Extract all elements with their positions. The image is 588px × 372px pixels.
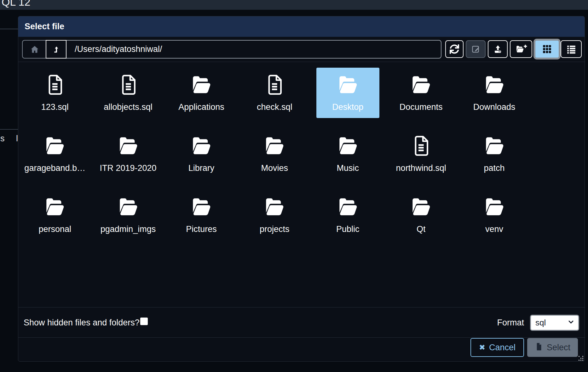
file-item-check-sql[interactable]: check.sql (243, 68, 306, 118)
file-item-garageband-b-[interactable]: garageband.b… (23, 129, 86, 179)
folder-icon (482, 134, 506, 158)
background-tab-text: QL 12 (2, 0, 30, 8)
grid-view-button[interactable] (533, 39, 561, 59)
folder-icon (189, 73, 213, 97)
file-item-pgadmin-imgs[interactable]: pgadmin_imgs (97, 190, 160, 240)
folder-icon (43, 134, 67, 158)
show-hidden-label: Show hidden files and folders? (24, 318, 140, 328)
folder-icon (116, 134, 140, 158)
upload-icon (493, 44, 503, 54)
folder-icon (262, 134, 286, 158)
file-icon (43, 73, 67, 97)
format-label: Format (497, 318, 524, 328)
background-window-tab: QL 12 (0, 0, 588, 10)
format-selected-value: sql (535, 318, 568, 328)
folder-icon (482, 195, 506, 219)
folder-icon (189, 134, 213, 158)
folder-icon (336, 73, 360, 97)
new-folder-button[interactable] (510, 40, 532, 58)
file-item-qt[interactable]: Qt (389, 190, 453, 240)
background-text-fragment: s (0, 134, 5, 144)
dialog-header: Select file (18, 16, 585, 37)
refresh-button[interactable] (445, 40, 464, 58)
path-input[interactable] (66, 40, 441, 59)
file-item-personal[interactable]: personal (23, 190, 86, 240)
folder-icon (409, 73, 433, 97)
cancel-label: Cancel (489, 343, 516, 352)
folder-icon (116, 195, 140, 219)
file-item-music[interactable]: Music (316, 129, 379, 179)
options-row: Show hidden files and folders? Format sq… (18, 307, 585, 338)
file-item-123-sql[interactable]: 123.sql (23, 68, 86, 118)
grid-view-icon (542, 44, 552, 54)
folder-icon (482, 73, 506, 97)
resize-grip[interactable] (579, 356, 583, 361)
dialog-footer: ✖ Cancel Select (18, 337, 585, 362)
home-icon (30, 45, 39, 54)
file-icon (409, 134, 433, 158)
file-item-library[interactable]: Library (170, 129, 233, 179)
file-icon (116, 73, 140, 97)
file-item-public[interactable]: Public (316, 190, 379, 240)
background-divider (0, 129, 18, 130)
file-item-documents[interactable]: Documents (389, 68, 453, 118)
file-item-applications[interactable]: Applications (170, 68, 233, 118)
select-label: Select (547, 343, 570, 352)
select-file-dialog: Select file 123.sql allobjects.sql Appli… (18, 16, 585, 362)
edit-icon (471, 44, 481, 54)
upload-button[interactable] (488, 40, 508, 58)
file-icon (535, 342, 543, 353)
folder-icon (336, 134, 360, 158)
file-item-desktop[interactable]: Desktop (316, 68, 379, 118)
file-item-venv[interactable]: venv (463, 190, 526, 240)
select-button[interactable]: Select (527, 338, 578, 357)
folder-icon (189, 195, 213, 219)
file-grid: 123.sql allobjects.sql Applications chec… (18, 68, 585, 240)
format-select[interactable]: sql (531, 316, 578, 330)
file-item-itr-2019-2020[interactable]: ITR 2019-2020 (97, 129, 160, 179)
background-divider (0, 29, 18, 29)
level-up-icon (52, 45, 61, 54)
file-icon (262, 73, 286, 97)
file-item-movies[interactable]: Movies (243, 129, 306, 179)
rename-button[interactable] (466, 40, 486, 58)
file-item-northwind-sql[interactable]: northwind.sql (389, 129, 453, 179)
list-view-icon (566, 44, 577, 54)
file-grid-area: 123.sql allobjects.sql Applications chec… (18, 62, 585, 307)
add-folder-icon (515, 44, 527, 54)
cancel-button[interactable]: ✖ Cancel (470, 338, 524, 357)
file-item-projects[interactable]: projects (243, 190, 306, 240)
list-view-button[interactable] (561, 40, 582, 58)
show-hidden-checkbox[interactable] (140, 318, 148, 325)
home-button[interactable] (22, 40, 46, 59)
dialog-title: Select file (25, 22, 64, 31)
file-item-pictures[interactable]: Pictures (170, 190, 233, 240)
folder-icon (336, 195, 360, 219)
folder-icon (43, 195, 67, 219)
chevron-down-icon (568, 318, 574, 327)
folder-icon (409, 195, 433, 219)
file-item-patch[interactable]: patch (463, 129, 526, 179)
folder-icon (262, 195, 286, 219)
refresh-icon (450, 44, 459, 54)
up-one-level-button[interactable] (46, 40, 66, 59)
file-item-allobjects-sql[interactable]: allobjects.sql (97, 68, 160, 118)
x-icon: ✖ (479, 343, 485, 352)
file-item-downloads[interactable]: Downloads (463, 68, 526, 118)
